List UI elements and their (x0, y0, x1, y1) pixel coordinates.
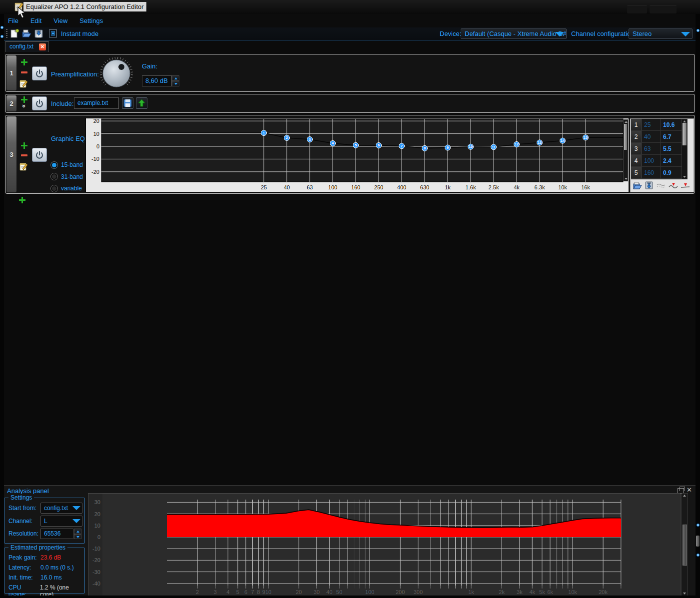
flatten-curve-icon[interactable] (669, 181, 679, 191)
eq-plot-area[interactable] (101, 119, 623, 182)
close-panel-icon[interactable]: ✕ (687, 486, 692, 494)
analysis-graph-scrollbar[interactable] (682, 493, 688, 596)
radio-dot-icon[interactable] (51, 162, 57, 168)
save-file-icon[interactable] (33, 28, 44, 39)
eq-band-handle-10[interactable]: 10 (468, 144, 474, 149)
open-file-icon[interactable] (21, 28, 32, 39)
device-dropdown[interactable]: Default (Casque - Xtreme Audio DA (461, 28, 567, 39)
gain-knob[interactable] (97, 56, 135, 91)
band-index[interactable]: 3 (631, 143, 642, 154)
band-index[interactable]: 5 (631, 167, 642, 178)
eq-band-handle-4[interactable]: 4 (330, 140, 336, 146)
new-file-icon[interactable] (9, 28, 20, 39)
normalize-curve-icon[interactable] (681, 181, 691, 191)
scrollbar-thumb[interactable] (683, 525, 687, 566)
collapse-chevrons-icon[interactable]: » (21, 104, 27, 111)
eq-band-handle-7[interactable]: 7 (399, 143, 405, 149)
add-filter-icon[interactable] (21, 96, 27, 103)
band-index[interactable]: 4 (631, 155, 642, 166)
gain-input[interactable]: 8,60 dB (142, 75, 172, 86)
scroll-up-icon[interactable] (625, 121, 628, 123)
title-bar[interactable]: Equalizer APO 1.2.1 Configuration Editor (0, 0, 700, 14)
eq-graph-scrollbar[interactable] (623, 119, 628, 181)
open-include-button[interactable] (136, 97, 147, 109)
resolution-spinner[interactable] (74, 529, 81, 539)
remove-filter-icon[interactable] (21, 71, 27, 73)
toolbar-drag-handle[interactable] (6, 29, 7, 38)
band-frequency[interactable]: 63 (642, 143, 661, 154)
band-gain[interactable]: 10.6 (661, 119, 682, 130)
resolution-input[interactable]: 65536 (40, 529, 73, 539)
eq-band-handle-5[interactable]: 5 (353, 142, 359, 148)
radio-dot-icon[interactable] (51, 173, 57, 180)
eq-band-handle-8[interactable]: 8 (422, 145, 428, 151)
scroll-down-icon[interactable] (683, 593, 686, 595)
import-curve-icon[interactable] (633, 181, 643, 191)
eq-band-handle-13[interactable]: 13 (537, 140, 543, 145)
menu-view[interactable]: View (53, 17, 67, 24)
row-number[interactable]: 2 (6, 95, 16, 111)
export-curve-icon[interactable] (645, 181, 655, 191)
band-index[interactable]: 1 (631, 119, 642, 130)
gain-spinner[interactable] (172, 75, 179, 86)
scrollbar-thumb[interactable] (624, 124, 627, 150)
band-frequency[interactable]: 40 (642, 131, 661, 142)
smooth-curve-icon[interactable] (657, 181, 667, 191)
scroll-up-icon[interactable] (683, 120, 686, 122)
channel-dropdown[interactable]: L (40, 516, 82, 527)
power-toggle-button[interactable] (32, 66, 47, 80)
spin-up-icon[interactable] (74, 529, 81, 534)
add-filter-icon[interactable] (21, 142, 27, 149)
band-gain[interactable]: 6.7 (661, 131, 682, 142)
power-toggle-button[interactable] (32, 96, 47, 110)
spin-down-icon[interactable] (74, 534, 81, 540)
band-gain[interactable]: 0.9 (661, 167, 682, 178)
band-table-row[interactable]: 12510.6 (631, 119, 682, 131)
band-table-scrollbar[interactable] (682, 119, 688, 179)
band-table-row[interactable]: 2406.7 (631, 131, 682, 143)
start-from-dropdown[interactable]: config.txt (40, 503, 82, 514)
radio-31-band[interactable]: 31-band (51, 173, 83, 180)
eq-band-handle-1[interactable]: 1 (261, 130, 267, 136)
band-frequency[interactable]: 25 (642, 119, 661, 130)
scroll-down-icon[interactable] (683, 176, 686, 178)
band-frequency[interactable]: 100 (642, 155, 661, 166)
eq-band-handle-3[interactable]: 3 (307, 137, 313, 142)
scrollbar-thumb[interactable] (683, 123, 687, 145)
eq-band-handle-14[interactable]: 14 (560, 138, 566, 143)
power-toggle-button[interactable] (32, 148, 47, 162)
eq-band-handle-2[interactable]: 2 (284, 135, 290, 140)
add-filter-button[interactable] (19, 197, 26, 204)
eq-band-handle-6[interactable]: 6 (376, 142, 382, 148)
band-frequency[interactable]: 160 (642, 167, 661, 178)
row-number[interactable]: 3 (6, 116, 16, 192)
row-number[interactable]: 1 (6, 55, 16, 90)
scroll-down-icon[interactable] (625, 178, 628, 180)
eq-band-handle-15[interactable]: 15 (583, 135, 589, 140)
edit-filter-icon[interactable] (19, 162, 28, 171)
menu-edit[interactable]: Edit (30, 17, 41, 24)
eq-band-handle-11[interactable]: 11 (491, 144, 497, 150)
tab-close-icon[interactable]: ✕ (39, 43, 46, 50)
spin-up-icon[interactable] (172, 75, 179, 81)
minimize-button[interactable] (627, 5, 647, 13)
scroll-up-icon[interactable] (683, 495, 686, 497)
band-gain[interactable]: 2.4 (661, 155, 682, 166)
edit-filter-icon[interactable] (19, 79, 28, 88)
maximize-button[interactable] (650, 5, 677, 13)
add-filter-icon[interactable] (21, 59, 27, 65)
band-gain[interactable]: 5.5 (661, 143, 682, 154)
eq-graph[interactable]: 20100-10-202540631001602504006301k1.6k2.… (86, 118, 629, 192)
instant-mode-checkbox[interactable] (49, 29, 57, 37)
eq-band-handle-12[interactable]: 12 (514, 141, 520, 147)
tab-config-txt[interactable]: config.txt ✕ (5, 41, 49, 52)
radio-dot-icon[interactable] (51, 185, 57, 192)
menu-settings[interactable]: Settings (79, 17, 103, 24)
band-table-row[interactable]: 3635.5 (631, 143, 682, 155)
remove-filter-icon[interactable] (21, 154, 27, 156)
spin-down-icon[interactable] (172, 81, 179, 86)
frame-grip-handle[interactable] (696, 536, 700, 547)
band-index[interactable]: 2 (631, 131, 642, 142)
band-table-row[interactable]: 51600.9 (631, 167, 682, 179)
include-file-input[interactable]: example.txt (74, 97, 119, 109)
